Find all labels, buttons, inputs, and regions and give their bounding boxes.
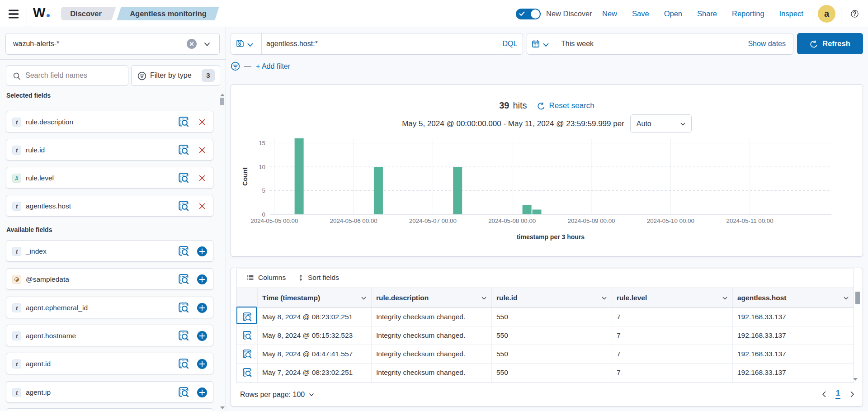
field-details-icon[interactable]: [178, 200, 189, 212]
scrollbar-thumb[interactable]: [220, 98, 224, 105]
remove-field-icon[interactable]: [198, 118, 206, 126]
table-row[interactable]: May 8, 2024 @ 08:23:02.251 Integrity che…: [237, 308, 854, 326]
filter-icon[interactable]: [231, 61, 240, 71]
svg-text:10: 10: [259, 164, 265, 170]
field-details-icon[interactable]: [178, 274, 189, 285]
field-item[interactable]: t agent.hostname: [6, 325, 213, 346]
field-type-token: #: [12, 174, 21, 183]
remove-field-icon[interactable]: [198, 175, 206, 182]
add-field-button[interactable]: [197, 359, 207, 369]
new-discover-toggle[interactable]: [516, 9, 541, 19]
menu-icon[interactable]: [9, 9, 19, 19]
index-pattern-value: wazuh-alerts-*: [13, 33, 59, 54]
field-details-icon[interactable]: [178, 387, 189, 398]
field-details-icon[interactable]: [178, 358, 189, 369]
field-item[interactable]: t agent.ip: [6, 381, 213, 403]
next-page-icon[interactable]: [849, 391, 856, 398]
previous-page-icon[interactable]: [821, 391, 828, 398]
chevron-down-icon[interactable]: [722, 295, 728, 302]
nav-link[interactable]: Share: [697, 9, 717, 18]
add-field-button[interactable]: [197, 387, 207, 397]
field-details-icon[interactable]: [178, 116, 189, 128]
add-field-button[interactable]: [197, 331, 207, 341]
breadcrumb-agentless-monitoring[interactable]: Agentless monitoring: [117, 7, 220, 20]
sort-fields-button[interactable]: Sort fields: [297, 274, 339, 282]
rows-per-page-button[interactable]: Rows per page: 100: [240, 391, 315, 399]
refresh-icon: [810, 40, 818, 48]
cell-value: May 8, 2024 @ 08:23:02.251: [262, 308, 353, 326]
field-item[interactable]: t _index: [6, 240, 213, 262]
add-field-button[interactable]: [197, 246, 207, 256]
chevron-down-icon[interactable]: [843, 295, 849, 302]
chevron-down-icon[interactable]: [203, 40, 211, 48]
refresh-icon: [537, 102, 545, 110]
columns-button[interactable]: Columns: [247, 274, 286, 282]
table-scrollbar-down-arrow[interactable]: [853, 378, 858, 381]
nav-link[interactable]: Open: [664, 9, 682, 18]
field-details-icon[interactable]: [178, 302, 189, 313]
show-dates-link[interactable]: Show dates: [748, 33, 786, 54]
table-scrollbar-thumb[interactable]: [855, 292, 860, 304]
field-item[interactable]: t agentless.host: [6, 195, 213, 217]
field-item[interactable]: # rule.level: [6, 167, 213, 189]
date-range-value[interactable]: This week: [561, 33, 594, 54]
field-item[interactable]: t agent.id: [6, 353, 213, 374]
inspect-document-icon[interactable]: [242, 331, 252, 340]
index-pattern-selector[interactable]: wazuh-alerts-*: [5, 33, 220, 55]
field-details-icon[interactable]: [178, 246, 189, 257]
inspect-document-icon[interactable]: [242, 368, 252, 378]
field-name: rule.level: [26, 167, 54, 189]
cell-value: 550: [496, 308, 508, 326]
query-input[interactable]: agentless.host:*: [266, 33, 318, 54]
chevron-down-icon[interactable]: [360, 295, 367, 302]
interval-select[interactable]: Auto: [630, 114, 692, 133]
remove-field-icon[interactable]: [198, 203, 206, 210]
remove-field-icon[interactable]: [198, 146, 206, 154]
clear-index-pattern-button[interactable]: [187, 39, 197, 49]
search-field-names-input[interactable]: [25, 66, 125, 85]
field-name: agent.ip: [26, 382, 51, 403]
reset-search-link[interactable]: Reset search: [537, 101, 594, 110]
table-row[interactable]: May 8, 2024 @ 04:47:41.557 Integrity che…: [237, 345, 854, 364]
field-item[interactable]: t rule.id: [6, 139, 213, 161]
refresh-button[interactable]: Refresh: [797, 33, 863, 54]
user-avatar[interactable]: a: [818, 5, 835, 23]
field-name: agent.hostname: [26, 325, 76, 346]
field-item[interactable]: ◐ @sampledata: [6, 268, 213, 290]
nav-link[interactable]: New: [602, 9, 617, 18]
nav-link[interactable]: Save: [632, 9, 649, 18]
table-header-desc[interactable]: rule.description: [372, 288, 492, 307]
page-number[interactable]: 1: [835, 389, 840, 399]
table-header-host[interactable]: agentless.host: [733, 288, 854, 307]
nav-link[interactable]: Inspect: [779, 9, 803, 18]
field-item[interactable]: t rule.description: [6, 111, 213, 132]
chevron-down-icon[interactable]: [601, 295, 608, 302]
scrollbar-up-arrow[interactable]: [220, 94, 225, 96]
saved-query-menu-button[interactable]: [231, 33, 262, 54]
filter-by-type-button[interactable]: Filter by type 3: [131, 65, 220, 86]
query-language-button[interactable]: DQL: [497, 33, 523, 54]
scrollbar-down-arrow[interactable]: [220, 406, 225, 409]
table-row[interactable]: May 8, 2024 @ 05:15:32.523 Integrity che…: [237, 326, 854, 345]
selected-fields-header: Selected fields: [6, 92, 51, 99]
table-row[interactable]: May 7, 2024 @ 08:23:02.251 Integrity che…: [237, 364, 854, 382]
date-quick-select-button[interactable]: [527, 33, 555, 54]
breadcrumb-discover[interactable]: Discover: [61, 7, 116, 20]
field-item[interactable]: t agent.ephemeral_id: [6, 297, 213, 318]
add-field-button[interactable]: [197, 274, 207, 284]
field-details-icon[interactable]: [178, 330, 189, 341]
add-field-button[interactable]: [197, 303, 207, 313]
table-cell-rule-level: 7: [612, 308, 733, 326]
add-filter-link[interactable]: + Add filter: [256, 62, 290, 71]
table-header-id[interactable]: rule.id: [492, 288, 612, 307]
table-header-level[interactable]: rule.level: [612, 288, 733, 307]
nav-link[interactable]: Reporting: [732, 9, 764, 18]
wazuh-logo[interactable]: W: [33, 5, 50, 20]
field-details-icon[interactable]: [178, 172, 189, 184]
inspect-document-icon[interactable]: [242, 312, 252, 322]
chevron-down-icon[interactable]: [481, 295, 487, 302]
help-icon[interactable]: [851, 10, 859, 18]
inspect-document-icon[interactable]: [242, 349, 252, 359]
field-details-icon[interactable]: [178, 144, 189, 156]
table-header-time[interactable]: Time (timestamp): [258, 288, 372, 307]
